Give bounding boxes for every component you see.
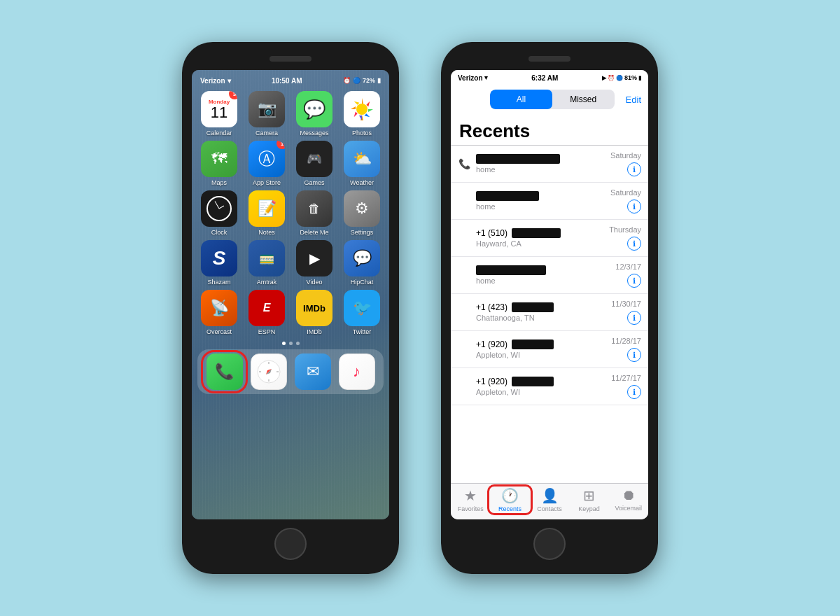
app-weather-label: Weather [350,179,374,186]
recent-info-4: home [476,265,610,285]
dock-safari[interactable] [248,354,288,390]
tab-keypad[interactable]: ⊞ Keypad [569,487,608,512]
tab-contacts[interactable]: 👤 Contacts [530,487,569,512]
recents-carrier: Verizon [458,74,483,82]
recent-meta-5: 11/30/17 ℹ [611,300,641,325]
tab-recents-label: Recents [498,505,522,512]
carrier-label: Verizon [200,77,225,85]
app-deleteme-label: Delete Me [300,229,328,236]
app-twitter[interactable]: 🐦 Twitter [340,290,384,335]
recents-battery-pct: 81% [624,74,637,81]
app-camera[interactable]: 📷 Camera [245,91,288,136]
app-appstore-label: App Store [253,179,281,186]
recent-date-2: Saturday [610,188,641,197]
games-icon-glyph: 🎮 [307,151,322,167]
imdb-icon-glyph: IMDb [303,303,326,314]
app-photos[interactable]: Photos [340,91,384,136]
recent-sub-5: Chattanooga, TN [476,314,606,322]
app-overcast[interactable]: 📡 Overcast [197,290,241,335]
app-amtrak-label: Amtrak [257,279,277,286]
deleteme-icon-glyph: 🗑 [308,202,321,216]
recents-title: Recents [451,115,648,146]
recent-item-3[interactable]: +1 (510) Hayward, CA Thursday ℹ [451,220,648,257]
redacted-name-4 [476,265,546,275]
app-clock[interactable]: Clock [197,190,241,236]
dock-phone[interactable]: 📞 [204,354,244,390]
tab-keypad-label: Keypad [578,505,600,512]
app-messages-label: Messages [300,130,328,136]
settings-icon-glyph: ⚙ [355,200,369,218]
seg-missed[interactable]: Missed [552,90,615,109]
recent-info-7: +1 (920) Appleton, WI [476,377,606,396]
app-shazam[interactable]: S Shazam [197,240,241,286]
recent-item-5[interactable]: +1 (423) Chattanooga, TN 11/30/17 ℹ [451,294,648,331]
app-photos-label: Photos [352,130,372,136]
amtrak-icon-glyph: 🚃 [259,251,274,266]
app-amtrak[interactable]: 🚃 Amtrak [245,240,288,286]
recent-prefix-3: +1 (510) [476,228,507,238]
recent-item-4[interactable]: home 12/3/17 ℹ [451,257,648,294]
favorites-icon: ★ [464,487,477,504]
recents-status-left: Verizon ▾ [458,74,488,82]
seg-all[interactable]: All [490,90,552,109]
app-imdb[interactable]: IMDb IMDb [293,290,336,335]
phone1: Verizon ▾ 10:50 AM ⏰ 🔵 72% ▮ [182,42,399,574]
tab-voicemail[interactable]: ⏺ Voicemail [609,487,648,512]
svg-point-0 [356,104,368,115]
redacted-name-5 [512,302,554,312]
recent-date-6: 11/28/17 [611,337,641,345]
video-icon-glyph: ▶ [309,250,320,267]
app-games[interactable]: 🎮 Games [293,141,336,186]
dock-mail[interactable]: ✉ [293,354,332,390]
app-settings[interactable]: ⚙ Settings [340,190,384,236]
mail-icon-glyph: ✉ [307,363,319,381]
app-maps[interactable]: 🗺 Maps [197,141,241,186]
phone2-home-button[interactable] [533,528,566,560]
info-btn-5[interactable]: ℹ [627,311,641,325]
recent-name-row-7: +1 (920) [476,377,606,386]
camera-icon-glyph: 📷 [258,100,276,118]
recent-sub-4: home [476,276,610,285]
info-btn-3[interactable]: ℹ [627,237,641,251]
recent-item-6[interactable]: +1 (920) Appleton, WI 11/28/17 ℹ [451,331,648,368]
recent-prefix-5: +1 (423) [476,302,507,312]
app-video[interactable]: ▶ Video [293,240,336,286]
app-appstore[interactable]: Ⓐ 1 App Store [245,141,288,186]
recent-prefix-7: +1 (920) [476,377,507,386]
phone1-home-button[interactable] [274,528,307,560]
recent-info-6: +1 (920) Appleton, WI [476,340,606,359]
home-screen: Verizon ▾ 10:50 AM ⏰ 🔵 72% ▮ [192,70,389,519]
app-notes[interactable]: 📝 Notes [245,190,288,236]
app-hipchat[interactable]: 💬 HipChat [340,240,384,286]
app-calendar[interactable]: Monday 11 3 Calendar [197,91,241,136]
cal-day-label: 11 [211,105,227,120]
recent-sub-6: Appleton, WI [476,351,606,359]
info-btn-2[interactable]: ℹ [627,200,641,214]
recent-item-2[interactable]: home Saturday ℹ [451,183,648,220]
recent-meta-3: Thursday ℹ [609,225,641,251]
recent-sub-3: Hayward, CA [476,239,603,248]
info-btn-7[interactable]: ℹ [627,385,641,399]
edit-button[interactable]: Edit [626,94,641,105]
recent-item-1[interactable]: 📞 home Saturday ℹ [451,146,648,183]
phone-call-icon-1: 📞 [458,158,470,169]
dock-music[interactable]: ♪ [337,354,377,390]
recent-item-7[interactable]: +1 (920) Appleton, WI 11/27/17 ℹ [451,368,648,405]
app-messages[interactable]: 💬 Messages [293,91,336,136]
app-deleteme[interactable]: 🗑 Delete Me [293,190,336,236]
app-imdb-label: IMDb [307,328,322,335]
dock: 📞 [197,349,384,394]
app-espn[interactable]: E ESPN [245,290,288,335]
phone-icon-glyph: 📞 [215,363,234,381]
status-bar-left: Verizon ▾ [200,77,231,85]
app-weather[interactable]: ⛅ Weather [340,141,384,186]
time-label: 10:50 AM [272,77,302,85]
info-btn-1[interactable]: ℹ [627,162,641,176]
tab-favorites[interactable]: ★ Favorites [451,487,490,512]
app-shazam-label: Shazam [207,279,230,286]
info-btn-4[interactable]: ℹ [627,274,641,288]
info-btn-6[interactable]: ℹ [627,348,641,362]
tab-recents[interactable]: 🕐 Recents [490,487,529,512]
redacted-name-7 [512,377,554,386]
voicemail-icon: ⏺ [622,487,636,503]
